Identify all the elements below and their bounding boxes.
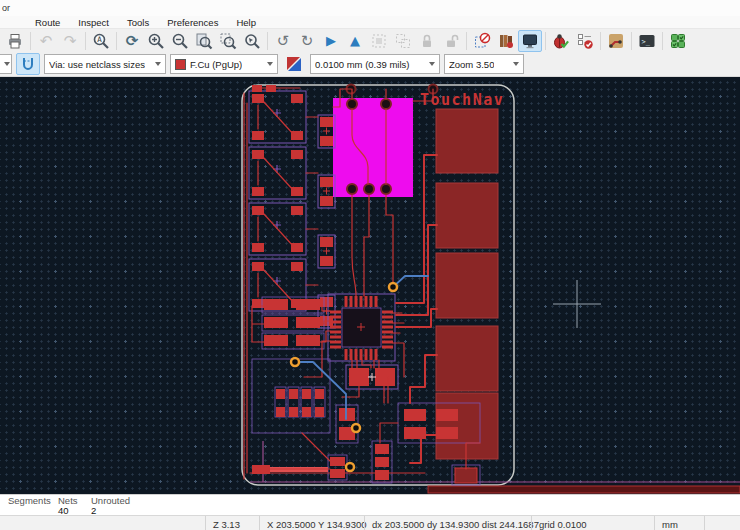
via[interactable] bbox=[291, 358, 299, 366]
through-hole-pad bbox=[347, 99, 357, 109]
grid-select[interactable]: 0.0100 mm (0.39 mils) bbox=[310, 54, 440, 74]
zoom-selection-icon bbox=[243, 32, 261, 50]
router-settings-button[interactable] bbox=[604, 30, 628, 52]
group-icon bbox=[370, 32, 388, 50]
rotate-ccw-button[interactable]: ↺ bbox=[271, 30, 295, 52]
print-icon bbox=[6, 32, 24, 50]
checklist-icon bbox=[576, 32, 594, 50]
zoom-fit-objects-button[interactable] bbox=[216, 30, 240, 52]
footprint-capacitor[interactable] bbox=[346, 365, 398, 389]
menu-bar: Route Inspect Tools Preferences Help bbox=[0, 16, 740, 29]
toolbar-separator bbox=[466, 32, 467, 50]
zoom-fit-page-icon bbox=[195, 32, 213, 50]
redo-button[interactable]: ↷ bbox=[58, 30, 82, 52]
net-inspector-button[interactable] bbox=[494, 30, 518, 52]
undo-button[interactable]: ↶ bbox=[34, 30, 58, 52]
unlock-button[interactable] bbox=[439, 30, 463, 52]
via[interactable] bbox=[346, 463, 354, 471]
unlock-icon bbox=[442, 32, 460, 50]
display-mode-button[interactable] bbox=[518, 30, 542, 52]
resistor-bank[interactable] bbox=[275, 387, 325, 417]
unrouted-column: Unrouted 2 bbox=[91, 495, 161, 515]
footprint-qfp-chip[interactable] bbox=[328, 294, 395, 361]
status-units[interactable]: mm bbox=[654, 516, 704, 530]
track-width-button[interactable] bbox=[16, 53, 40, 75]
redo-icon: ↷ bbox=[64, 32, 77, 50]
hide-ratsnest-button[interactable] bbox=[470, 30, 494, 52]
zoom-in-button[interactable] bbox=[144, 30, 168, 52]
group-button[interactable] bbox=[367, 30, 391, 52]
layer-color-swatch bbox=[175, 59, 186, 70]
drc-button[interactable] bbox=[549, 30, 573, 52]
plugins-button[interactable] bbox=[666, 30, 690, 52]
status-delta: dx 203.5000 dy 134.9300 dist 244.1687 bbox=[364, 516, 531, 530]
crosshair-cursor bbox=[553, 280, 601, 328]
touch-pad[interactable] bbox=[436, 183, 498, 248]
touch-pad-column[interactable] bbox=[436, 109, 498, 459]
rotate-ccw-icon: ↺ bbox=[277, 32, 290, 50]
via[interactable] bbox=[352, 424, 360, 432]
window-title: or bbox=[2, 3, 10, 13]
scripting-console-button[interactable]: >_ bbox=[635, 30, 659, 52]
rotate-cw-button[interactable]: ↻ bbox=[295, 30, 319, 52]
track-width-icon bbox=[19, 55, 37, 73]
touch-pad[interactable] bbox=[436, 253, 498, 318]
find-button[interactable]: A bbox=[89, 30, 113, 52]
mirror-vertical-icon: ▲ bbox=[350, 32, 360, 50]
touch-pad[interactable] bbox=[436, 326, 498, 391]
bottom-left-block[interactable] bbox=[252, 359, 330, 433]
status-position: X 203.5000 Y 134.9300 bbox=[259, 516, 364, 530]
via[interactable] bbox=[389, 283, 397, 291]
toolbar-separator bbox=[116, 32, 117, 50]
magenta-module[interactable] bbox=[333, 98, 413, 197]
menu-help[interactable]: Help bbox=[227, 17, 265, 28]
ungroup-icon bbox=[394, 32, 412, 50]
drc-ladybug-icon bbox=[552, 32, 570, 50]
layer-pair-icon bbox=[285, 55, 303, 73]
via-size-select[interactable]: Via: use netclass sizes bbox=[44, 54, 166, 74]
menu-tools[interactable]: Tools bbox=[118, 17, 158, 28]
rule-check-button[interactable] bbox=[573, 30, 597, 52]
zoom-selection-button[interactable] bbox=[240, 30, 264, 52]
status-empty bbox=[0, 516, 205, 530]
through-hole-pad bbox=[347, 184, 357, 194]
drawing-toolbar: Via: use netclass sizes F.Cu (PgUp) 0.01… bbox=[0, 52, 740, 77]
status-bar: Z 3.13 X 203.5000 Y 134.9300 dx 203.5000… bbox=[0, 515, 740, 530]
zoom-out-button[interactable] bbox=[168, 30, 192, 52]
footprint-passive[interactable] bbox=[318, 235, 335, 268]
menu-route[interactable]: Route bbox=[26, 17, 69, 28]
status-filler bbox=[704, 516, 740, 530]
refresh-button[interactable]: ⟳ bbox=[120, 30, 144, 52]
footprint-passive[interactable] bbox=[318, 175, 335, 208]
zoom-select[interactable]: Zoom 3.50 bbox=[444, 54, 524, 74]
toolbar-separator bbox=[85, 32, 86, 50]
flip-horizontal-icon: ▶ bbox=[326, 32, 336, 50]
mirror-vertical-button[interactable]: ▲ bbox=[343, 30, 367, 52]
layer-pair-button[interactable] bbox=[282, 53, 306, 75]
pcb-canvas[interactable]: TouchNav bbox=[0, 77, 740, 494]
flip-horizontal-button[interactable]: ▶ bbox=[319, 30, 343, 52]
segments-column: Segments bbox=[8, 495, 58, 515]
layer-select[interactable]: F.Cu (PgUp) bbox=[170, 54, 278, 74]
zoom-fit-page-button[interactable] bbox=[192, 30, 216, 52]
through-hole-pad bbox=[364, 184, 374, 194]
print-button[interactable] bbox=[3, 30, 27, 52]
menu-preferences[interactable]: Preferences bbox=[158, 17, 227, 28]
dropdown-arrow-icon bbox=[513, 62, 519, 66]
rotate-cw-icon: ↻ bbox=[301, 32, 314, 50]
ungroup-button[interactable] bbox=[391, 30, 415, 52]
passive-parts-column[interactable] bbox=[318, 115, 335, 328]
touch-pad[interactable] bbox=[436, 109, 498, 173]
undo-icon: ↶ bbox=[40, 32, 53, 50]
through-hole-pad bbox=[381, 99, 391, 109]
svg-text:A: A bbox=[97, 35, 102, 44]
toolbar-separator bbox=[30, 32, 31, 50]
menu-inspect[interactable]: Inspect bbox=[69, 17, 118, 28]
through-hole-pad bbox=[381, 184, 391, 194]
zoom-fit-objects-icon bbox=[219, 32, 237, 50]
lock-button[interactable] bbox=[415, 30, 439, 52]
clipped-combo[interactable] bbox=[0, 54, 12, 74]
footprint-passive[interactable] bbox=[318, 115, 335, 148]
svg-text:>_: >_ bbox=[642, 37, 651, 45]
offboard-copper-band bbox=[428, 486, 740, 493]
